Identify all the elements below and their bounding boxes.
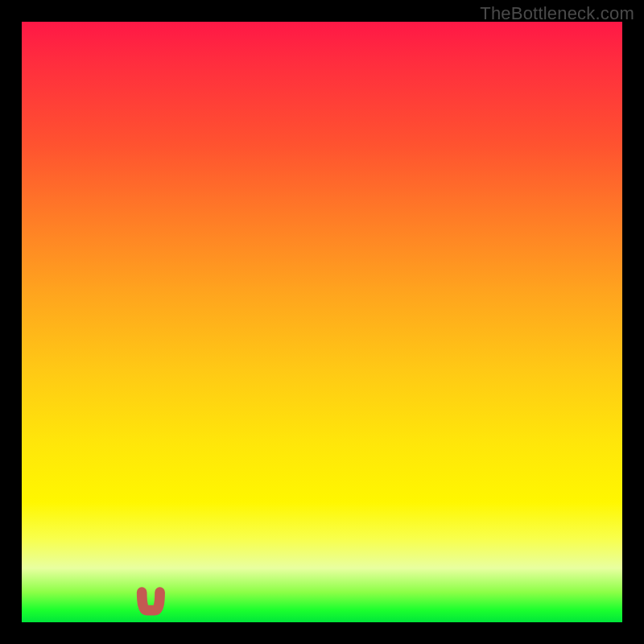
curve-left-branch [64, 22, 142, 592]
outer-black-frame: TheBottleneck.com [0, 0, 644, 644]
bottleneck-curve [22, 22, 622, 622]
curve-right-branch [160, 100, 622, 592]
plot-area [22, 22, 622, 622]
dip-notch [142, 592, 159, 610]
